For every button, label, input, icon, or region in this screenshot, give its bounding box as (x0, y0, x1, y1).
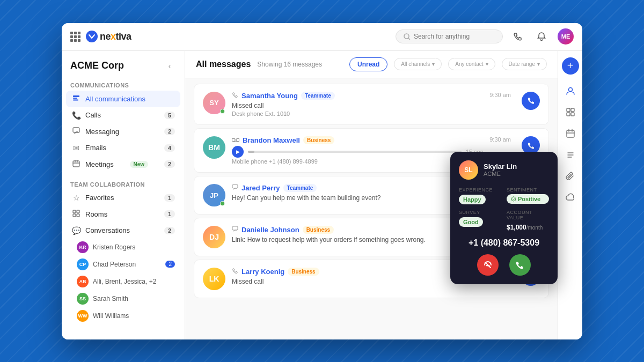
search-bar[interactable] (396, 29, 503, 43)
contact-name: Will Williams (93, 312, 129, 320)
contact-sarah[interactable]: SS Sarah Smith (71, 290, 180, 307)
voicemail-player: ▶ 15 sec (232, 146, 483, 158)
grid-menu-icon[interactable] (70, 32, 80, 42)
list-icon[interactable] (562, 146, 579, 164)
contact-avatar: SS (77, 293, 89, 305)
add-button[interactable]: + (562, 57, 579, 75)
progress-bar (248, 151, 462, 153)
contact-kristen[interactable]: KR Kristen Rogers (71, 239, 180, 256)
svg-rect-2 (73, 95, 79, 97)
experience-label: EXPERIENCE (459, 187, 501, 193)
svg-rect-7 (73, 210, 76, 213)
avatar-initials: LK (209, 275, 219, 283)
right-icon-bar: + (558, 51, 582, 339)
contact-alli[interactable]: AB Alli, Brent, Jessica, +2 (71, 273, 180, 290)
contacts-chevron-icon: ▾ (486, 61, 488, 67)
sidebar-item-meetings[interactable]: Meetings New 2 (66, 156, 180, 173)
messaging-icon (71, 127, 81, 136)
avatar-initials: DJ (209, 233, 219, 241)
svg-rect-16 (567, 108, 570, 112)
sidebar-all-comms-label: All communications (85, 95, 145, 103)
incoming-call-card: SL Skylar Lin ACME EXPERIENCE Happy SENT… (450, 152, 558, 284)
msg-text: Missed call (232, 101, 483, 110)
msg-name: Samantha Young (241, 92, 298, 100)
communications-label: Communications (66, 78, 180, 91)
survey-label: SURVEY (459, 210, 501, 215)
sidebar-item-calls[interactable]: 📞 Calls 5 (66, 107, 180, 123)
user-avatar-nav[interactable]: ME (558, 28, 574, 45)
message-card-samantha[interactable]: SY Samantha Young Teammate Missed call D (194, 84, 549, 125)
sidebar-item-messaging[interactable]: Messaging 2 (66, 123, 180, 140)
call-card-avatar: SL (459, 160, 478, 180)
sidebar-calls-label: Calls (85, 111, 101, 119)
call-type-icon (232, 268, 238, 276)
msg-header: Brandon Maxwell Business (232, 136, 483, 144)
contact-name: Alli, Brent, Jessica, +2 (93, 278, 156, 285)
svg-rect-3 (73, 98, 77, 99)
msg-tag: Teammate (301, 92, 335, 100)
contact-name: Chad Peterson (93, 261, 136, 268)
contact-avatar: AB (77, 276, 89, 287)
channels-filter[interactable]: All channels ▾ (394, 58, 442, 70)
app-window: nextiva ME ACME Corp ‹ (62, 23, 582, 339)
contact-list: KR Kristen Rogers CP Chad Peterson 2 AB … (66, 239, 180, 324)
msg-name: Brandon Maxwell (243, 136, 300, 144)
date-filter[interactable]: Date range ▾ (502, 58, 547, 70)
svg-point-11 (232, 138, 235, 142)
contact-will[interactable]: WW Will Williams (71, 307, 180, 324)
msg-header: Samantha Young Teammate (232, 92, 483, 100)
accept-call-button[interactable] (509, 254, 531, 276)
attachment-icon[interactable] (562, 168, 579, 185)
collapse-btn[interactable]: ‹ (163, 60, 176, 72)
contacts-icon[interactable] (562, 82, 579, 99)
voicemail-type-icon (232, 137, 239, 144)
calls-icon: 📞 (71, 111, 81, 120)
cloud-icon[interactable] (562, 189, 579, 206)
svg-rect-4 (73, 99, 78, 100)
svg-point-21 (513, 198, 513, 198)
nav-icons: ME (510, 28, 574, 45)
sidebar-header: ACME Corp ‹ (62, 51, 185, 78)
sidebar-item-emails[interactable]: ✉ Emails 4 (66, 140, 180, 156)
msg-tag: Business (288, 268, 319, 276)
message-count: Showing 16 messages (257, 61, 322, 68)
conversations-badge: 2 (164, 227, 175, 234)
msg-avatar-brandon: BM (203, 136, 225, 159)
account-suffix: /month (526, 225, 543, 231)
msg-tag: Business (303, 136, 334, 144)
sidebar: ACME Corp ‹ Communications All communica… (62, 51, 185, 339)
contact-chad[interactable]: CP Chad Peterson 2 (71, 256, 180, 273)
play-button[interactable]: ▶ (232, 146, 244, 158)
team-section: Team collaboration ☆ Favorites 1 Rooms 1… (62, 177, 185, 329)
sidebar-emails-label: Emails (85, 144, 106, 152)
sidebar-item-favorites[interactable]: ☆ Favorites 1 (66, 190, 180, 206)
bell-icon[interactable] (534, 29, 549, 44)
unread-filter-btn[interactable]: Unread (349, 57, 387, 71)
sentiment-label: SENTIMENT (507, 187, 549, 193)
svg-point-0 (86, 31, 98, 42)
call-card-company: ACME (484, 171, 517, 177)
avatar-initials: BM (208, 143, 220, 152)
survey-stat: SURVEY Good (459, 210, 501, 232)
svg-point-15 (568, 87, 572, 91)
contacts-filter[interactable]: Any contact ▾ (448, 58, 495, 70)
call-stats: EXPERIENCE Happy SENTIMENT Positive SURV… (459, 187, 549, 232)
survey-value: Good (459, 217, 483, 227)
decline-call-button[interactable] (477, 254, 499, 276)
search-input[interactable] (414, 33, 489, 40)
favorites-badge: 1 (164, 194, 175, 202)
sidebar-item-all-communications[interactable]: All communications (66, 91, 180, 107)
board-icon[interactable] (562, 104, 579, 121)
phone-icon[interactable] (510, 29, 525, 44)
calendar-icon[interactable] (562, 125, 579, 142)
svg-rect-6 (73, 161, 79, 167)
meetings-badge: 2 (164, 160, 175, 168)
sentiment-value: Positive (507, 194, 549, 204)
msg-body-larry: Larry Koenig Business Missed call (232, 268, 483, 286)
msg-tag: Business (303, 226, 334, 234)
call-button[interactable] (522, 92, 540, 110)
sidebar-item-conversations[interactable]: 💬 Conversations 2 (66, 223, 180, 239)
sidebar-item-rooms[interactable]: Rooms 1 (66, 206, 180, 223)
sidebar-conversations-label: Conversations (85, 226, 130, 234)
msg-time: 9:30 am (489, 136, 511, 143)
